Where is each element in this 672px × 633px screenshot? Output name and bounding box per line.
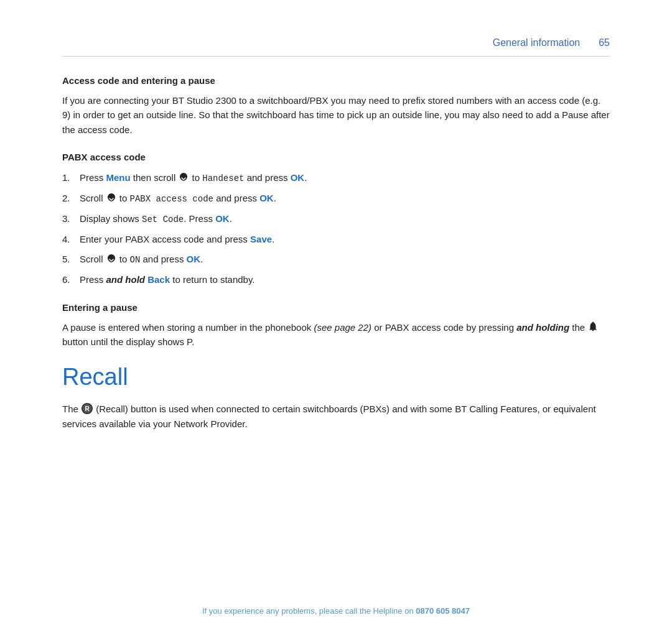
step-content: Enter your PABX access code and press Sa… xyxy=(80,233,274,247)
step-number: 4. xyxy=(62,233,80,247)
step-number: 5. xyxy=(62,252,80,267)
step-content: Scroll to ON and press OK. xyxy=(80,252,203,267)
scroll-down-icon xyxy=(178,172,189,183)
page-number: 65 xyxy=(599,37,610,49)
list-item: 3. Display shows Set Code. Press OK. xyxy=(62,212,610,226)
see-page-text: (see page 22) xyxy=(314,322,371,333)
step-number: 2. xyxy=(62,192,80,206)
pabx-steps-list: 1. Press Menu then scroll to Handeset an… xyxy=(62,171,610,287)
page-footer: If you experience any problems, please c… xyxy=(0,606,672,616)
list-item: 5. Scroll to ON and press OK. xyxy=(62,252,610,267)
page-header: General information 65 xyxy=(62,0,610,57)
menu-link: Menu xyxy=(106,172,131,183)
ok-link-2: OK xyxy=(259,193,274,203)
pause-body: A pause is entered when storing a number… xyxy=(62,320,610,349)
set-code-text: Set Code xyxy=(142,215,184,224)
and-hold-text: and hold xyxy=(106,274,146,285)
svg-text:R: R xyxy=(85,405,90,412)
list-item: 1. Press Menu then scroll to Handeset an… xyxy=(62,171,610,185)
bell-icon xyxy=(587,321,599,333)
scroll-down-icon xyxy=(106,193,117,204)
pabx-access-text: PABX access code xyxy=(130,194,213,204)
back-link: Back xyxy=(147,274,170,285)
footer-phone: 0870 605 8047 xyxy=(416,606,470,616)
pause-section: Entering a pause A pause is entered when… xyxy=(62,302,610,349)
footer-text: If you experience any problems, please c… xyxy=(202,606,416,616)
recall-heading: Recall xyxy=(62,364,610,390)
handeset-text: Handeset xyxy=(202,173,244,183)
recall-section: Recall The R (Recall) button is used whe… xyxy=(62,364,610,431)
step-content: Display shows Set Code. Press OK. xyxy=(80,212,232,226)
list-item: 6. Press and hold Back to return to stan… xyxy=(62,273,610,287)
on-text: ON xyxy=(130,255,141,265)
header-title: General information xyxy=(493,37,581,49)
step-number: 1. xyxy=(62,171,80,185)
access-code-section: Access code and entering a pause If you … xyxy=(62,75,610,137)
pabx-section: PABX access code 1. Press Menu then scro… xyxy=(62,152,610,287)
and-holding-text: and holding xyxy=(516,322,569,333)
recall-body: The R (Recall) button is used when conne… xyxy=(62,402,610,431)
step-number: 6. xyxy=(62,273,80,287)
svg-point-0 xyxy=(592,321,594,323)
step-number: 3. xyxy=(62,212,80,226)
list-item: 4. Enter your PABX access code and press… xyxy=(62,233,610,247)
step-content: Press Menu then scroll to Handeset and p… xyxy=(80,171,307,185)
pabx-heading: PABX access code xyxy=(62,152,610,162)
step-content: Scroll to PABX access code and press OK. xyxy=(80,192,276,206)
step-content: Press and hold Back to return to standby… xyxy=(80,273,255,287)
access-code-body: If you are connecting your BT Studio 230… xyxy=(62,93,610,137)
page-container: General information 65 Access code and e… xyxy=(0,0,672,633)
recall-button-icon: R xyxy=(81,402,93,415)
pause-heading: Entering a pause xyxy=(62,302,610,313)
access-code-heading: Access code and entering a pause xyxy=(62,75,610,86)
save-link: Save xyxy=(250,234,272,244)
ok-link-1: OK xyxy=(291,172,305,183)
list-item: 2. Scroll to PABX access code and press … xyxy=(62,192,610,206)
scroll-down-icon xyxy=(106,254,117,265)
ok-link-5: OK xyxy=(187,254,201,264)
ok-link-3: OK xyxy=(215,213,230,224)
